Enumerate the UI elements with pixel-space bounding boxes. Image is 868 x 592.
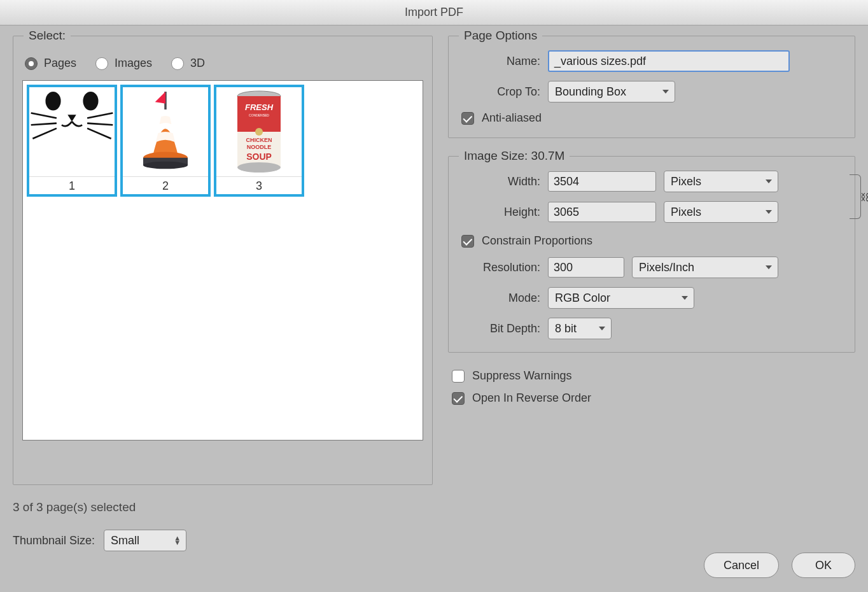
constrain-checkbox[interactable] bbox=[461, 235, 474, 248]
select-legend: Select: bbox=[24, 29, 71, 43]
height-unit-value: Pixels bbox=[671, 206, 701, 219]
svg-rect-0 bbox=[29, 89, 115, 174]
constrain-link-icon[interactable]: ⛓ bbox=[860, 192, 868, 202]
bitdepth-value: 8 bit bbox=[555, 322, 577, 335]
svg-text:CONDENSED: CONDENSED bbox=[249, 113, 269, 117]
thumbnail-size-value: Small bbox=[111, 534, 139, 547]
height-label: Height: bbox=[458, 206, 540, 219]
svg-point-18 bbox=[255, 128, 263, 136]
page-thumb-1-art bbox=[29, 87, 115, 177]
page-thumb-2[interactable]: 2 bbox=[120, 85, 211, 197]
radio-dot-icon bbox=[95, 57, 108, 70]
antialiased-label: Anti-aliased bbox=[482, 111, 542, 125]
page-thumb-1-num: 1 bbox=[29, 177, 115, 194]
width-unit-select[interactable]: Pixels bbox=[664, 171, 778, 192]
page-thumb-3-art: FRESH CONDENSED CHICKEN NOODLE SOUP bbox=[216, 87, 302, 177]
ok-label: OK bbox=[815, 559, 832, 572]
name-input[interactable]: _various sizes.pdf bbox=[548, 50, 790, 72]
thumbnail-area: 1 bbox=[22, 80, 423, 440]
svg-text:FRESH: FRESH bbox=[245, 102, 274, 112]
radio-dot-icon bbox=[171, 57, 184, 70]
constrain-label: Constrain Proportions bbox=[482, 234, 592, 248]
mode-value: RGB Color bbox=[555, 292, 610, 305]
link-bracket-icon bbox=[850, 174, 861, 219]
suppress-warnings-checkbox[interactable] bbox=[452, 370, 465, 383]
svg-text:NOODLE: NOODLE bbox=[247, 144, 272, 150]
width-label: Width: bbox=[458, 175, 540, 188]
thumbnail-size-select[interactable]: Small ▲▼ bbox=[104, 530, 186, 551]
radio-3d-label: 3D bbox=[190, 57, 205, 70]
resolution-value: 300 bbox=[554, 261, 573, 274]
crop-label: Crop To: bbox=[458, 85, 540, 99]
page-thumb-3[interactable]: FRESH CONDENSED CHICKEN NOODLE SOUP 3 bbox=[214, 85, 304, 197]
page-thumb-3-num: 3 bbox=[216, 177, 302, 194]
antialiased-checkbox[interactable] bbox=[461, 112, 474, 125]
height-input[interactable]: 3065 bbox=[548, 202, 656, 222]
radio-dot-icon bbox=[25, 57, 38, 70]
svg-text:SOUP: SOUP bbox=[246, 152, 272, 162]
window-title: Import PDF bbox=[405, 6, 463, 19]
bitdepth-label: Bit Depth: bbox=[458, 322, 540, 335]
thumbnail-size-label: Thumbnail Size: bbox=[13, 534, 95, 547]
radio-pages[interactable]: Pages bbox=[25, 57, 76, 70]
svg-point-7 bbox=[143, 162, 188, 169]
svg-point-2 bbox=[83, 92, 98, 110]
radio-3d[interactable]: 3D bbox=[171, 57, 205, 70]
height-unit-select[interactable]: Pixels bbox=[664, 201, 778, 223]
svg-point-12 bbox=[237, 162, 281, 173]
image-size-legend: Image Size: 30.7M bbox=[459, 149, 570, 163]
width-input[interactable]: 3504 bbox=[548, 171, 656, 192]
bitdepth-select[interactable]: 8 bit bbox=[548, 318, 612, 339]
selection-status: 3 of 3 page(s) selected bbox=[13, 500, 433, 514]
resolution-unit-select[interactable]: Pixels/Inch bbox=[632, 257, 778, 278]
radio-images-label: Images bbox=[115, 57, 152, 70]
page-thumb-2-art bbox=[123, 87, 208, 177]
width-value: 3504 bbox=[554, 175, 579, 188]
resolution-unit-value: Pixels/Inch bbox=[639, 261, 694, 274]
suppress-warnings-label: Suppress Warnings bbox=[472, 369, 571, 383]
name-label: Name: bbox=[458, 55, 540, 68]
page-options-legend: Page Options bbox=[459, 29, 542, 43]
open-reverse-label: Open In Reverse Order bbox=[472, 391, 591, 405]
page-thumb-1[interactable]: 1 bbox=[27, 85, 117, 197]
svg-text:CHICKEN: CHICKEN bbox=[246, 137, 272, 143]
width-unit-value: Pixels bbox=[671, 175, 701, 188]
crop-to-select[interactable]: Bounding Box bbox=[548, 81, 675, 102]
resolution-label: Resolution: bbox=[458, 261, 540, 274]
open-reverse-checkbox[interactable] bbox=[452, 392, 465, 405]
resolution-input[interactable]: 300 bbox=[548, 257, 624, 278]
cancel-button[interactable]: Cancel bbox=[704, 553, 779, 578]
cancel-label: Cancel bbox=[724, 559, 759, 572]
radio-pages-label: Pages bbox=[44, 57, 76, 70]
crop-to-value: Bounding Box bbox=[555, 85, 626, 99]
name-value: _various sizes.pdf bbox=[554, 55, 646, 68]
select-radio-row: Pages Images 3D bbox=[22, 50, 423, 80]
height-value: 3065 bbox=[554, 206, 579, 219]
radio-images[interactable]: Images bbox=[95, 57, 152, 70]
title-bar: Import PDF bbox=[0, 0, 868, 25]
mode-select[interactable]: RGB Color bbox=[548, 287, 694, 309]
mode-label: Mode: bbox=[458, 292, 540, 305]
page-options-group: Page Options Name: _various sizes.pdf Cr… bbox=[448, 36, 855, 138]
select-group: Select: Pages Images 3D bbox=[13, 36, 433, 485]
ok-button[interactable]: OK bbox=[792, 553, 855, 578]
svg-point-1 bbox=[45, 92, 60, 110]
page-thumb-2-num: 2 bbox=[123, 177, 208, 194]
image-size-group: Image Size: 30.7M Width: 3504 Pixels Hei… bbox=[448, 156, 855, 353]
chevron-updown-icon: ▲▼ bbox=[174, 536, 181, 545]
